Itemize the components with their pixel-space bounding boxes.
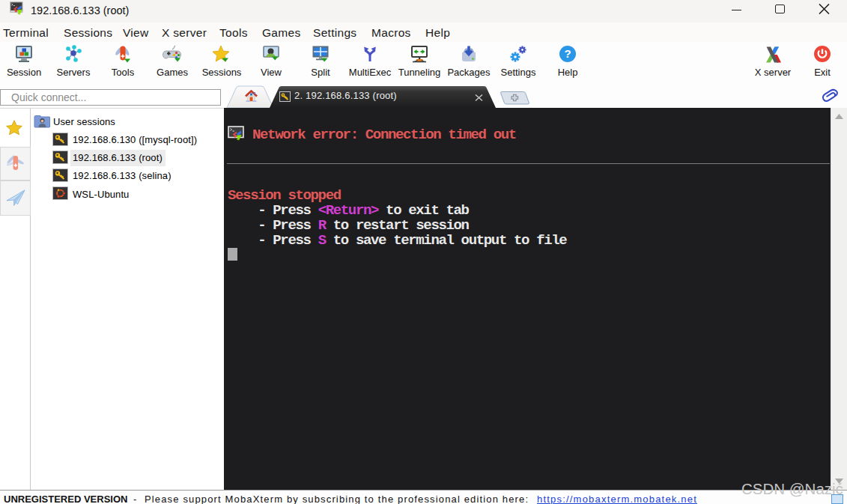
svg-text:?: ?	[564, 47, 571, 60]
